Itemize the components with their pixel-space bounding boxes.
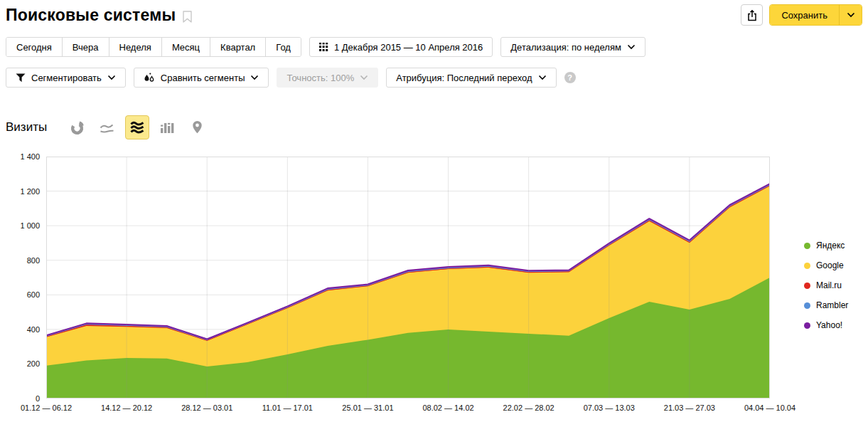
x-axis-tick: 04.04 — 10.04 — [724, 403, 816, 412]
tab-yesterday[interactable]: Вчера — [63, 38, 109, 56]
y-axis-tick: 1 200 — [0, 186, 40, 196]
share-icon — [746, 9, 758, 21]
page-title: Поисковые системы — [6, 6, 176, 25]
x-axis-tick: 07.03 — 13.03 — [563, 403, 655, 412]
line-chart-icon — [100, 122, 115, 134]
tab-year[interactable]: Год — [266, 38, 301, 56]
accuracy-dropdown[interactable]: Точность: 100% — [277, 68, 378, 88]
x-axis-tick: 01.12 — 06.12 — [0, 403, 92, 412]
date-range-button[interactable]: 1 Декабря 2015 — 10 Апреля 2016 — [309, 37, 493, 57]
compare-segments-label: Сравнить сегменты — [161, 73, 245, 83]
save-dropdown-button[interactable] — [839, 5, 862, 25]
y-axis-tick: 800 — [0, 255, 40, 265]
drops-icon — [144, 73, 155, 83]
chart-type-map-button[interactable] — [185, 115, 209, 139]
columns-icon — [160, 121, 174, 134]
y-axis-tick: 200 — [0, 359, 40, 369]
legend-dot — [804, 302, 810, 309]
save-split-button: Сохранить — [769, 4, 862, 26]
chart-type-pie-button[interactable] — [65, 115, 90, 139]
calendar-grid-icon — [319, 43, 328, 52]
chart-type-stacked-area-button[interactable] — [125, 115, 149, 139]
y-axis-tick: 600 — [0, 290, 40, 300]
toolbar-segments: Сегментировать Сравнить сегменты Точност… — [6, 68, 576, 88]
x-axis-tick: 21.03 — 27.03 — [643, 403, 736, 412]
chevron-down-icon — [360, 75, 368, 80]
detalization-dropdown[interactable]: Детализация: по неделям — [500, 37, 645, 57]
visits-stacked-area-chart[interactable] — [46, 157, 770, 399]
legend-item[interactable]: Mail.ru — [804, 280, 867, 290]
map-pin-icon — [191, 120, 203, 134]
date-range-label: 1 Декабря 2015 — 10 Апреля 2016 — [334, 42, 483, 53]
legend-item[interactable]: Yahoo! — [804, 320, 867, 330]
legend-item[interactable]: Google — [804, 260, 867, 270]
period-tabs: Сегодня Вчера Неделя Месяц Квартал Год — [6, 37, 301, 57]
tab-week[interactable]: Неделя — [109, 38, 162, 56]
legend-dot — [804, 263, 810, 269]
chart-type-columns-button[interactable] — [155, 115, 179, 139]
y-axis-tick: 1 000 — [0, 221, 40, 231]
compare-segments-button[interactable]: Сравнить сегменты — [134, 68, 269, 88]
tab-month[interactable]: Месяц — [162, 38, 210, 56]
chart-type-line-button[interactable] — [95, 115, 119, 139]
metric-row: Визиты — [6, 115, 215, 139]
legend-dot — [804, 243, 810, 249]
header: Поисковые системы Сохранить — [6, 4, 862, 26]
y-axis-tick: 0 — [0, 394, 40, 403]
legend-item[interactable]: Rambler — [804, 300, 867, 310]
chevron-down-icon — [627, 44, 636, 50]
chevron-down-icon — [847, 12, 855, 18]
tab-quarter[interactable]: Квартал — [210, 38, 266, 56]
segment-label: Сегментировать — [31, 73, 102, 83]
stacked-area-icon — [129, 120, 145, 135]
legend-item[interactable]: Яндекс — [804, 241, 867, 250]
x-axis-tick: 11.01 — 17.01 — [241, 403, 333, 412]
x-axis-tick: 08.02 — 14.02 — [402, 403, 495, 412]
chevron-down-icon — [250, 75, 259, 80]
x-axis-tick: 28.12 — 03.01 — [161, 403, 253, 412]
legend-label: Mail.ru — [816, 280, 842, 290]
attribution-label: Атрибуция: Последний переход — [396, 73, 532, 83]
x-axis-tick: 25.01 — 31.01 — [321, 403, 414, 412]
legend-label: Google — [816, 260, 844, 270]
x-axis-tick: 14.12 — 20.12 — [80, 403, 173, 412]
chevron-down-icon — [538, 75, 547, 80]
pie-icon — [70, 120, 85, 135]
legend-label: Rambler — [816, 300, 848, 310]
metrika-report-page: Поисковые системы Сохранить Сегодня Вчер… — [0, 0, 868, 422]
toolbar-period: Сегодня Вчера Неделя Месяц Квартал Год 1… — [6, 37, 645, 57]
y-axis-tick: 400 — [0, 325, 40, 334]
attribution-dropdown[interactable]: Атрибуция: Последний переход — [386, 68, 556, 88]
chevron-down-icon — [107, 75, 116, 80]
y-axis-tick: 1 400 — [0, 152, 40, 162]
bookmark-icon[interactable] — [183, 11, 192, 23]
accuracy-label: Точность: 100% — [286, 73, 354, 83]
legend-dot — [804, 283, 810, 289]
legend-dot — [804, 322, 810, 329]
legend-label: Yahoo! — [816, 320, 842, 330]
detalization-label: Детализация: по неделям — [510, 42, 621, 53]
legend-label: Яндекс — [816, 241, 845, 250]
export-button[interactable] — [741, 4, 763, 26]
segment-button[interactable]: Сегментировать — [6, 68, 126, 88]
help-icon[interactable]: ? — [564, 72, 576, 83]
metric-label: Визиты — [6, 120, 47, 134]
save-button[interactable]: Сохранить — [770, 5, 839, 25]
chart-legend: ЯндексGoogleMail.ruRamblerYahoo! — [804, 241, 867, 340]
funnel-icon — [16, 73, 26, 83]
tab-today[interactable]: Сегодня — [6, 38, 63, 56]
header-actions: Сохранить — [741, 4, 862, 26]
x-axis-tick: 22.02 — 28.02 — [483, 403, 575, 412]
